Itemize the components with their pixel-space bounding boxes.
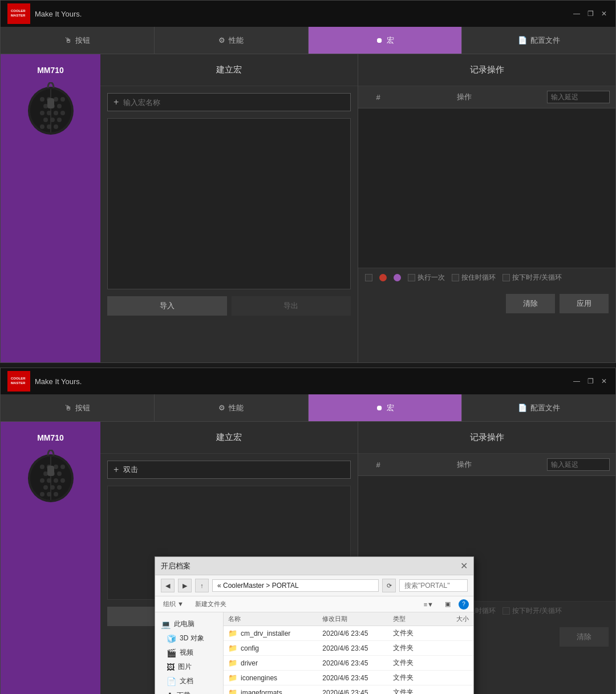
- sidebar-item-downloads[interactable]: ⬇ 下载: [155, 688, 223, 694]
- video-icon: 🎬: [167, 648, 176, 657]
- sidebar-item-pictures[interactable]: 🖼 图片: [155, 660, 223, 674]
- new-folder-button[interactable]: 新建文件夹: [192, 599, 230, 610]
- tab-buttons-bottom[interactable]: 🖱 按钮: [1, 394, 155, 421]
- tab-buttons[interactable]: 🖱 按钮: [1, 27, 155, 54]
- up-button[interactable]: ↑: [195, 579, 209, 592]
- delay-input[interactable]: [547, 91, 610, 103]
- sidebar-item-3d[interactable]: 🧊 3D 对象: [155, 631, 223, 645]
- hold-toggle-checkbox-bottom[interactable]: [502, 607, 510, 615]
- hold-loop-label: 按住时循环: [461, 273, 496, 283]
- checkbox-1[interactable]: [365, 274, 372, 281]
- file-row[interactable]: 📁cm_drv_installer 2020/4/6 23:45 文件夹: [224, 626, 473, 641]
- minimize-button[interactable]: —: [572, 9, 581, 18]
- sidebar-item-docs-label: 文档: [180, 676, 193, 686]
- tab-profile[interactable]: 📄 配置文件: [462, 27, 615, 54]
- sidebar-item-downloads-label: 下载: [177, 691, 191, 694]
- path-display[interactable]: « CoolerMaster > PORTAL: [212, 579, 379, 592]
- col-size-header: 大小: [440, 615, 469, 623]
- file-list-area: 名称 修改日期 类型 大小 📁cm_drv_installer 2020/4/6…: [224, 612, 473, 694]
- logo-area-bottom: COOLER MASTER Make It Yours.: [7, 371, 82, 392]
- svg-point-11: [57, 104, 62, 108]
- macro-name-input[interactable]: [123, 98, 345, 107]
- svg-point-32: [60, 465, 65, 469]
- sidebar-item-pictures-label: 图片: [178, 662, 192, 672]
- file-row[interactable]: 📁imageformats 2020/4/6 23:45 文件夹: [224, 685, 473, 694]
- tab-profile-bottom[interactable]: 📄 配置文件: [462, 394, 615, 421]
- hold-loop-checkbox[interactable]: [452, 274, 459, 281]
- hold-loop-item: 按住时循环: [452, 273, 496, 283]
- 3d-icon: 🧊: [167, 634, 176, 643]
- apply-button[interactable]: 应用: [560, 294, 609, 313]
- macro-icon-bottom: ⏺: [376, 404, 383, 412]
- file-date: 2020/4/6 23:45: [322, 689, 393, 695]
- refresh-button[interactable]: ⟳: [382, 579, 396, 592]
- folder-icon: 📁: [228, 644, 237, 652]
- device-name-top: MM710: [37, 66, 64, 75]
- performance-icon: ⚙: [218, 36, 225, 45]
- close-button-bottom[interactable]: ✕: [599, 377, 609, 386]
- sidebar-item-video[interactable]: 🎬 视频: [155, 645, 223, 660]
- file-date: 2020/4/6 23:45: [322, 644, 393, 652]
- tab-macro-label-bottom: 宏: [387, 403, 394, 413]
- dialog-body: 💻 此电脑 🧊 3D 对象 🎬 视频 🖼 图片 📄 文档: [155, 612, 473, 694]
- tab-macro-bottom[interactable]: ⏺ 宏: [309, 394, 463, 421]
- file-name: 📁config: [228, 644, 322, 652]
- file-row[interactable]: 📁iconengines 2020/4/6 23:45 文件夹: [224, 671, 473, 685]
- folder-icon: 📁: [228, 659, 237, 667]
- restore-button-bottom[interactable]: ❐: [586, 377, 595, 386]
- svg-text:MASTER: MASTER: [11, 14, 26, 17]
- record-bottom: 清除 应用: [358, 287, 615, 320]
- svg-point-12: [40, 111, 44, 115]
- tab-macro[interactable]: ⏺ 宏: [309, 27, 463, 54]
- coolermaster-logo: COOLER MASTER: [7, 3, 30, 24]
- pc-icon: 💻: [161, 620, 171, 629]
- restore-button[interactable]: ❐: [586, 9, 595, 18]
- delay-input-bottom[interactable]: [547, 458, 610, 471]
- tab-performance[interactable]: ⚙ 性能: [155, 27, 309, 54]
- dot-purple: [394, 274, 401, 281]
- dot-red: [379, 274, 387, 281]
- folder-icon: 📁: [228, 688, 237, 694]
- app-tagline-bottom: Make It Yours.: [35, 377, 82, 386]
- buttons-icon: 🖱: [64, 36, 72, 45]
- help-button[interactable]: ?: [459, 599, 469, 610]
- sidebar-item-pc[interactable]: 💻 此电脑: [155, 617, 223, 631]
- minimize-button-bottom[interactable]: —: [572, 377, 581, 386]
- hold-toggle-checkbox[interactable]: [502, 274, 510, 281]
- svg-point-8: [60, 97, 65, 102]
- dialog-toolbar2: 组织 ▼ 新建文件夹 ≡▼ ▣ ?: [155, 596, 473, 612]
- view-button[interactable]: ≡▼: [420, 600, 437, 609]
- logo-area: COOLER MASTER Make It Yours.: [7, 3, 82, 24]
- dialog-close-button[interactable]: ✕: [460, 560, 468, 571]
- window-controls: — ❐ ✕: [572, 9, 609, 18]
- mouse-image-bottom: [17, 448, 85, 505]
- col-delay-header: [536, 91, 610, 103]
- file-row[interactable]: 📁config 2020/4/6 23:45 文件夹: [224, 641, 473, 656]
- clear-button[interactable]: 清除: [506, 294, 555, 313]
- preview-button[interactable]: ▣: [441, 599, 454, 609]
- macro-name-row-filled[interactable]: + 双击: [107, 461, 351, 479]
- sidebar-item-docs[interactable]: 📄 文档: [155, 674, 223, 688]
- tab-performance-bottom[interactable]: ⚙ 性能: [155, 394, 309, 421]
- device-sidebar-top: MM710: [1, 54, 100, 362]
- forward-button[interactable]: ▶: [178, 579, 192, 592]
- import-button[interactable]: 导入: [107, 296, 227, 316]
- macro-name-input-row[interactable]: +: [107, 93, 351, 111]
- sidebar-item-3d-label: 3D 对象: [180, 634, 204, 643]
- svg-text:COOLER: COOLER: [11, 9, 26, 13]
- col-delay-header-bottom: [536, 458, 610, 471]
- panel-left-bottom: 导入 导出: [100, 289, 358, 322]
- back-button[interactable]: ◀: [161, 579, 175, 592]
- export-button[interactable]: 导出: [232, 296, 351, 316]
- file-type: 文件夹: [393, 658, 440, 668]
- plus-icon: +: [114, 97, 119, 107]
- organize-button[interactable]: 组织 ▼: [160, 599, 187, 610]
- clear-button-bottom[interactable]: 清除: [560, 627, 609, 647]
- execute-once-checkbox[interactable]: [408, 274, 415, 281]
- dialog-toolbar: ◀ ▶ ↑ « CoolerMaster > PORTAL ⟳: [155, 575, 473, 596]
- file-name: 📁driver: [228, 659, 322, 667]
- file-row[interactable]: 📁driver 2020/4/6 23:45 文件夹: [224, 656, 473, 671]
- tab-buttons-label-bottom: 按钮: [75, 403, 90, 413]
- close-button[interactable]: ✕: [599, 9, 609, 18]
- search-input[interactable]: [399, 579, 468, 592]
